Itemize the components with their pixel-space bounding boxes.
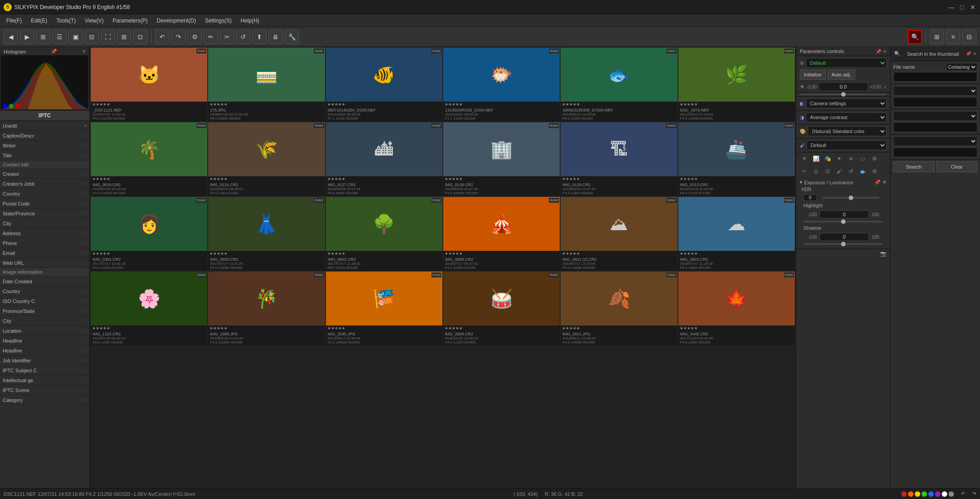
thumbnail-7[interactable]: 🌾RAW★★★★★IMG_0124.CR22018/09/29 08:49:13… (208, 122, 325, 196)
filter-input-4[interactable] (893, 147, 977, 157)
tone-icon[interactable]: 📊 (811, 154, 820, 163)
redo-icon[interactable]: ↷ (972, 491, 976, 497)
crop-icon[interactable]: ✂ (800, 167, 809, 176)
histogram-close[interactable]: ✕ (82, 49, 86, 54)
effect-icon[interactable]: ⚙ (870, 154, 879, 163)
exposure-expand-icon[interactable]: ▾ (800, 179, 802, 185)
iptc-state[interactable]: State/Province ○ (0, 209, 89, 218)
thumbnail-15[interactable]: 🎪RAW★★★★★IMG_0659.CR22018/07/17 05:37:31… (443, 197, 560, 271)
thumbnail-16[interactable]: ⛰RAW★★★★★IMG_0821 (2).CR22018/07/17 11:2… (561, 197, 677, 271)
toolbar-develop[interactable]: 🔧 (285, 30, 299, 44)
menu-file[interactable]: File(F) (2, 17, 27, 25)
search-button[interactable]: Search (893, 161, 935, 172)
toolbar-monitor[interactable]: 🖥 (268, 30, 283, 44)
thumbnail-4[interactable]: 🐟RAW★★★★★160923135308_D7200.NEF2016/09/2… (561, 48, 677, 121)
undo-icon[interactable]: ↶ (961, 491, 965, 497)
iptc-province[interactable]: Province/State ○ (0, 306, 89, 316)
filter-input-2[interactable] (893, 97, 977, 107)
filter-dropdown-4[interactable]: Province/State City (893, 136, 977, 146)
close-button[interactable]: ✕ (969, 4, 976, 11)
wb-icon[interactable]: ☀ (800, 154, 809, 163)
contrast-dropdown[interactable]: Average contrast (806, 112, 886, 122)
toolbar-eyedrop[interactable]: ✏ (204, 30, 218, 44)
iptc-postal[interactable]: Postal Code ○ (0, 199, 89, 209)
thumbnail-5[interactable]: 🌿RAW★★★★★DSC_1870.NEF2012/08/24 07:25:03… (678, 48, 795, 121)
search-panel-close[interactable]: ✕ (973, 51, 976, 56)
filename-type-select[interactable]: Containing (946, 63, 977, 71)
filter-input-3[interactable] (893, 122, 977, 132)
menu-parameters[interactable]: Parameters(P) (108, 17, 152, 25)
ev-expand-icon[interactable]: ⤢ (883, 85, 886, 89)
toolbar-grid[interactable]: ⊞ (36, 30, 50, 44)
filter-dropdown-3[interactable]: ISO Country Code Country (893, 111, 977, 121)
minimize-button[interactable]: — (948, 4, 955, 11)
iptc-scene[interactable]: IPTC Scene ○ (0, 385, 89, 395)
toolbar-layout1[interactable]: ⊞ (930, 30, 944, 44)
iptc-iso-country[interactable]: ISO Country C ○ (0, 296, 89, 306)
thumbnail-10[interactable]: 🏗RAW★★★★★IMG_0129.CR22018/09/29 10:07:34… (561, 122, 677, 196)
iptc-intellectual[interactable]: Intellectual ge ○ (0, 375, 89, 385)
iptc-headline1[interactable]: Headline ○ (0, 336, 89, 346)
camera-settings-dropdown[interactable]: Camera settings (806, 98, 886, 108)
iptc-address[interactable]: Address ○ (0, 228, 89, 238)
thumbnail-14[interactable]: 🌳RAW★★★★★IMG_0602.CR22017/07/17 11:28:20… (326, 197, 442, 271)
thumbnail-23[interactable]: 🍁RAW★★★★★IMG_3445.CR22017/11/23 09:41:56… (678, 272, 795, 345)
rotate-icon[interactable]: ↺ (846, 167, 855, 176)
thumbnail-1[interactable]: 🚃RAW★★★★★175.JPG2009/07/15 08:12:51:06F8… (208, 48, 325, 121)
clear-button[interactable]: Clear (936, 161, 978, 172)
thumbnail-13[interactable]: 👗RAW★★★★★IMG_0593.CR22017/07/17 11:21:25… (208, 197, 325, 271)
lens-icon[interactable]: ⬭ (858, 154, 867, 163)
iptc-writer[interactable]: Writer ○ (0, 141, 89, 151)
iptc-headline2[interactable]: Headline ○ (0, 346, 89, 356)
color-icon2[interactable]: 🎭 (823, 154, 832, 163)
thumbnail-22[interactable]: 🍂RAW★★★★★IMG_2911.JPG2014/08/17 13:48:23… (561, 272, 677, 345)
toolbar-list[interactable]: ☰ (52, 30, 67, 44)
fish-icon[interactable]: 🐟 (858, 167, 867, 176)
iptc-datecreated[interactable]: Date Created ○ (0, 276, 89, 286)
camera-bottom-icon[interactable]: 📷 (880, 251, 886, 257)
menu-tools[interactable]: Tools(T) (52, 17, 80, 25)
iptc-category[interactable]: Category ○ (0, 395, 89, 405)
iptc-city-img[interactable]: City ○ (0, 316, 89, 326)
partial-icon[interactable]: ⊡ (823, 167, 832, 176)
toolbar-undo[interactable]: ↶ (155, 30, 169, 44)
toolbar-single[interactable]: ▣ (68, 30, 83, 44)
thumbnail-3[interactable]: 🐡RAW★★★★★131002095336_D200.NEF2013/10/02… (443, 48, 560, 121)
iptc-title[interactable]: Title ○ (0, 151, 89, 160)
sharpen-icon[interactable]: ✦ (835, 154, 844, 163)
preset-dropdown[interactable]: Default (806, 58, 886, 68)
iptc-caption[interactable]: Caption/Descr ○ (0, 131, 89, 141)
exposure-pin-icon[interactable]: 📌 (874, 179, 881, 185)
toolbar-search[interactable]: 🔍 (908, 30, 922, 44)
thumbnail-9[interactable]: 🏢RAW★★★★★IMG_0128.CR22018/09/29 10:07:34… (443, 122, 560, 196)
toolbar-layout3[interactable]: ⊟ (962, 30, 976, 44)
noise-icon[interactable]: ≋ (846, 154, 855, 163)
exposure-close-icon[interactable]: ✕ (882, 179, 886, 185)
params-pin[interactable]: 📌 (876, 49, 881, 54)
iptc-subject[interactable]: IPTC Subject C ○ (0, 365, 89, 375)
iptc-creator[interactable]: Creator ○ (0, 169, 89, 179)
highlight-slider[interactable] (803, 221, 883, 223)
thumbnail-8[interactable]: 🏙RAW★★★★★IMG_0127.CR22018/09/29 10:07:34… (326, 122, 442, 196)
toolbar-back[interactable]: ◀ (4, 30, 18, 44)
menu-edit[interactable]: Edit(E) (27, 17, 52, 25)
thumbnail-19[interactable]: 🎋RAW★★★★★IMG_1588.JPG2012/02/10 11:23:37… (208, 272, 325, 345)
hdr-slider[interactable] (822, 197, 879, 199)
shadow-slider[interactable] (803, 243, 883, 245)
iptc-weburl[interactable]: Web URL ○ (0, 258, 89, 268)
menu-view[interactable]: View(V) (80, 17, 108, 25)
filter-dropdown-2[interactable]: Caption/Description Keywords (893, 86, 977, 96)
histogram-pin[interactable]: 📌 (51, 49, 57, 54)
color-dropdown[interactable]: (Natural) Standard color (808, 126, 886, 136)
iptc-country-img[interactable]: Country ○ (0, 286, 89, 296)
menu-development[interactable]: Development(D) (152, 17, 200, 25)
iptc-city-contact[interactable]: City ○ (0, 218, 89, 228)
default-dropdown[interactable]: Default (806, 140, 886, 150)
iptc-email[interactable]: Email ○ (0, 248, 89, 258)
iptc-unedit[interactable]: Unedit ▾ (0, 121, 89, 131)
thumbnail-2[interactable]: 🐠RAW★★★★★090715140254_D200.NEF2013/10/02… (326, 48, 442, 121)
toolbar-redo[interactable]: ↷ (171, 30, 186, 44)
thumbnail-20[interactable]: 🎏RAW★★★★★IMG_2545.JPG2014/08/17 12:50:54… (326, 272, 442, 345)
toolbar-crop[interactable]: ✂ (220, 30, 234, 44)
ev-slider[interactable] (800, 94, 886, 95)
